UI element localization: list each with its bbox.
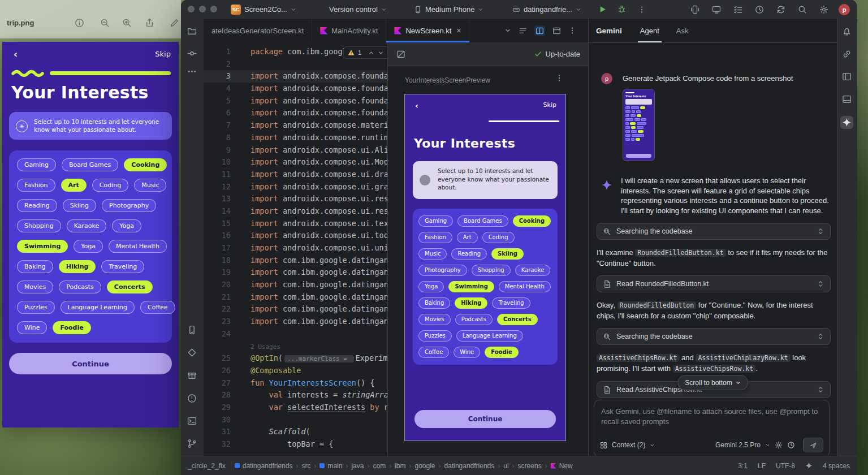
expand-icon[interactable]	[817, 227, 824, 235]
run-target-selector[interactable]: datingandfrie...	[512, 0, 581, 19]
info-icon[interactable]	[75, 18, 84, 28]
breadcrumb-ui[interactable]: ui	[503, 462, 508, 470]
send-button[interactable]	[803, 438, 823, 452]
interest-chip-karaoke: Karaoke	[67, 219, 107, 232]
context-selector[interactable]: Context (2)	[612, 441, 645, 449]
code-line: 32 topBar = {	[204, 438, 387, 451]
tabbar-actions	[504, 19, 576, 42]
compose-preview-pane: Up-to-date YourInterestsScreenPreview ‹ …	[387, 42, 589, 456]
structure-tool-icon[interactable]	[842, 94, 852, 104]
status-LF[interactable]: LF	[758, 462, 766, 470]
running-devices-tool-icon[interactable]	[187, 325, 197, 335]
code-area[interactable]: 1package com.ibm.googl23import androidx.…	[204, 42, 387, 456]
breadcrumb-ibm[interactable]: ibm	[395, 462, 405, 470]
history-icon[interactable]	[787, 441, 795, 449]
gemini-tool-icon[interactable]	[840, 116, 853, 129]
tab-ask[interactable]: Ask	[674, 19, 691, 42]
device-selector[interactable]: Medium Phone	[414, 0, 483, 19]
design-view-icon[interactable]	[552, 27, 561, 35]
breadcrumb-main[interactable]: main	[319, 462, 342, 470]
prompt-attachment-thumbnail[interactable]: Your Interests	[623, 89, 655, 161]
problems-tool-icon[interactable]	[187, 394, 197, 403]
more-tool-windows-icon[interactable]	[187, 67, 197, 76]
split-view-icon[interactable]	[534, 25, 545, 36]
status-4-spaces[interactable]: 4 spaces	[823, 462, 850, 470]
project-tool-icon[interactable]	[187, 27, 197, 36]
tab-agent[interactable]: Agent	[638, 19, 662, 42]
window-minimize-button[interactable]	[199, 6, 206, 12]
sync-project-icon[interactable]	[776, 5, 785, 14]
build-analyzer-icon[interactable]	[755, 5, 764, 14]
device-manager-icon[interactable]	[690, 5, 699, 14]
more-actions-icon[interactable]	[638, 0, 646, 19]
tool-call-card[interactable]: Read RoundedFilledButton.kt	[597, 275, 831, 292]
check-icon	[534, 50, 542, 58]
code-line: 26@Composable	[204, 365, 387, 377]
notifications-icon[interactable]	[842, 27, 852, 36]
breadcrumb-datingandfriends[interactable]: datingandfriends	[235, 462, 293, 470]
code-line: 14import androidx.compose.ui.res.stringA…	[204, 205, 387, 218]
screen-title: Your Interests	[414, 136, 515, 150]
preview-name[interactable]: YourInterestsScreenPreview	[405, 76, 490, 84]
expand-icon[interactable]	[817, 280, 824, 288]
editor-tab-ateIdeasGeneratorScreen-kt[interactable]: ateIdeasGeneratorScreen.kt	[204, 19, 312, 42]
project-selector[interactable]: SC Screen2Co...	[231, 0, 296, 19]
breadcrumb-com[interactable]: com	[373, 462, 386, 470]
code-view-icon[interactable]	[519, 27, 527, 35]
tool-call-card[interactable]: Searching the codebase	[597, 223, 831, 240]
device-cable-icon	[512, 6, 520, 14]
prev-problem-icon[interactable]	[368, 50, 374, 56]
breadcrumb-screens[interactable]: screens	[518, 462, 542, 470]
placeholder-circle	[420, 175, 430, 185]
status-UTF-8[interactable]: UTF-8	[776, 462, 795, 470]
tool-call-card[interactable]: Searching the codebase	[597, 328, 831, 345]
gemini-input[interactable]: Ask Gemini, use @filename to attach sour…	[594, 400, 830, 457]
editor-tab-NewScreen-kt[interactable]: NewScreen.kt×	[386, 19, 469, 42]
package-tool-icon[interactable]	[187, 371, 197, 381]
search-icon[interactable]	[798, 5, 807, 14]
breadcrumb-java[interactable]: java	[351, 462, 364, 470]
breadcrumb-google[interactable]: google	[414, 462, 435, 470]
editor-options-icon[interactable]	[568, 27, 576, 34]
share-icon[interactable]	[145, 18, 154, 28]
todo-icon[interactable]	[733, 5, 742, 14]
prompt-settings-icon[interactable]	[775, 441, 783, 449]
expand-icon[interactable]	[817, 332, 824, 340]
preview-options-icon[interactable]	[555, 74, 563, 82]
vcs-widget[interactable]: Version control	[329, 0, 387, 19]
git-branch-widget[interactable]: _circle_2_fix	[188, 462, 226, 470]
status-3-1[interactable]: 3:1	[738, 462, 748, 470]
debug-icon[interactable]	[617, 0, 626, 19]
editor-tab-MainActivity-kt[interactable]: MainActivity.kt	[312, 19, 386, 42]
model-selector[interactable]: Gemini 2.5 Pro	[715, 441, 761, 449]
scroll-to-bottom-button[interactable]: Scroll to bottom	[677, 375, 748, 390]
breadcrumb-src[interactable]: src	[301, 462, 310, 470]
device-explorer-icon[interactable]	[842, 72, 852, 81]
edit-icon[interactable]	[170, 18, 179, 28]
breadcrumb-New[interactable]: New	[551, 462, 573, 470]
zoom-out-icon[interactable]	[100, 18, 110, 28]
preview-header: Up-to-date	[388, 42, 589, 66]
gradle-tool-icon[interactable]	[842, 49, 852, 59]
split-diagonal-icon[interactable]	[396, 50, 405, 59]
zoom-in-icon[interactable]	[122, 18, 132, 28]
user-avatar[interactable]: p	[839, 4, 850, 15]
context-icon[interactable]	[600, 442, 607, 449]
ai-star-icon[interactable]	[805, 462, 813, 469]
expand-icon[interactable]	[817, 386, 824, 394]
window-close-button[interactable]	[188, 6, 195, 12]
terminal-tool-icon[interactable]	[187, 416, 197, 426]
run-button[interactable]	[598, 0, 607, 19]
gem-tool-icon[interactable]	[187, 348, 197, 357]
commit-tool-icon[interactable]	[187, 49, 197, 58]
settings-icon[interactable]	[819, 5, 828, 14]
chevron-down-icon	[291, 7, 296, 12]
interest-chips-panel: GamingBoard GamesCookingFashionArtCoding…	[9, 150, 172, 343]
next-problem-icon[interactable]	[378, 50, 384, 56]
tab-close-icon[interactable]: ×	[456, 26, 461, 35]
hidden-tabs-icon[interactable]	[504, 27, 511, 34]
version-control-tool-icon[interactable]	[187, 439, 197, 448]
window-zoom-button[interactable]	[210, 6, 217, 12]
running-devices-icon[interactable]	[712, 5, 721, 14]
breadcrumb-datingandfriends[interactable]: datingandfriends	[444, 462, 495, 470]
